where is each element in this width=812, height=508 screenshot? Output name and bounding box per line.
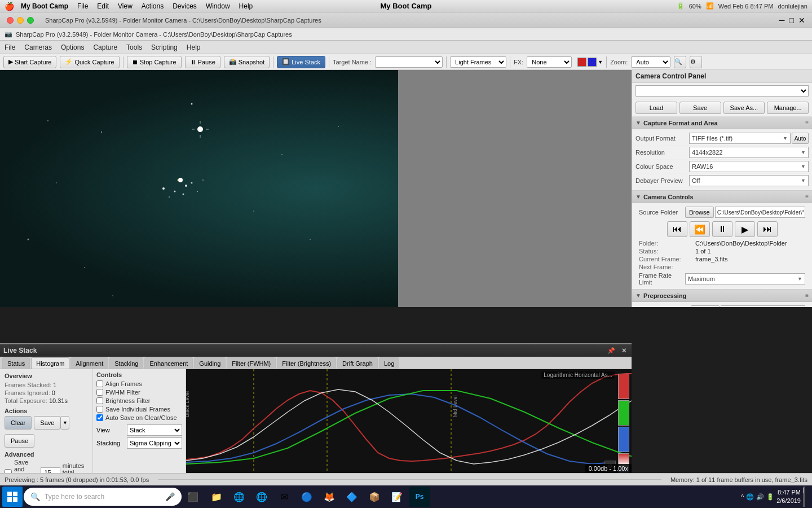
skip-end-button[interactable]: ⏭ xyxy=(757,221,778,237)
profile-select[interactable] xyxy=(636,85,809,97)
menu-scripting[interactable]: Scripting xyxy=(151,43,178,51)
app3-icon[interactable]: 🔷 xyxy=(342,487,362,507)
tab-enhancement[interactable]: Enhancement xyxy=(144,357,193,369)
tab-drift-graph[interactable]: Drift Graph xyxy=(337,357,378,369)
color-swatch-blue[interactable] xyxy=(588,58,597,67)
capture-format-header[interactable]: ▼ Capture Format and Area ≡ xyxy=(632,117,812,129)
source-folder-browse[interactable]: Browse xyxy=(685,207,714,218)
start-capture-button[interactable]: ▶ Start Capture xyxy=(3,56,56,68)
resolution-combo[interactable]: 4144x2822 ▼ xyxy=(689,147,809,158)
pause-play-button[interactable]: ⏸ xyxy=(712,221,732,237)
minimize-win-btn[interactable]: ─ xyxy=(779,16,785,25)
help-menu[interactable]: Help xyxy=(239,2,253,10)
pause-toolbar-button[interactable]: ⏸ Pause xyxy=(185,56,220,68)
fwhm-filter-checkbox[interactable] xyxy=(96,389,103,396)
maximize-button[interactable] xyxy=(27,17,34,24)
manage-button[interactable]: Manage... xyxy=(767,102,809,114)
camera-controls-menu-icon[interactable]: ≡ xyxy=(805,194,809,200)
view-combo[interactable]: Stack xyxy=(127,424,182,436)
mic-icon[interactable]: 🎤 xyxy=(165,492,175,501)
file-menu[interactable]: File xyxy=(77,2,88,10)
edge-icon[interactable]: 🌐 xyxy=(229,487,249,507)
frame-type-combo[interactable]: Light Frames xyxy=(450,56,506,68)
brightness-filter-checkbox[interactable] xyxy=(96,397,103,404)
display-settings-button[interactable]: ⚙ xyxy=(690,56,702,68)
tab-guiding[interactable]: Guiding xyxy=(194,357,226,369)
show-desktop-button[interactable]: | xyxy=(803,487,805,507)
file-explorer-icon[interactable]: 📁 xyxy=(206,487,227,507)
load-button[interactable]: Load xyxy=(636,102,677,114)
win-clock[interactable]: 8:47 PM 2/6/2019 xyxy=(776,488,801,506)
fx-combo[interactable]: None xyxy=(527,56,572,68)
prev-frame-button[interactable]: ⏪ xyxy=(690,221,710,237)
debayer-combo[interactable]: Off ▼ xyxy=(689,175,809,186)
colour-space-combo[interactable]: RAW16 ▼ xyxy=(689,161,809,172)
bottom-panel-close-icon[interactable]: ✕ xyxy=(619,346,628,355)
save-as-button[interactable]: Save As... xyxy=(723,102,765,114)
app4-icon[interactable]: 📦 xyxy=(364,487,385,507)
auto-save-checkbox[interactable] xyxy=(96,414,103,421)
tab-histogram[interactable]: Histogram xyxy=(31,357,69,369)
tray-sound-icon[interactable]: 🔊 xyxy=(756,493,764,501)
tab-alignment[interactable]: Alignment xyxy=(70,357,108,369)
skip-start-button[interactable]: ⏮ xyxy=(667,221,687,237)
menu-help[interactable]: Help xyxy=(187,43,201,51)
stop-capture-button[interactable]: ⏹ Stop Capture xyxy=(127,56,182,68)
tray-network-icon[interactable]: 🌐 xyxy=(746,493,754,501)
tab-filter-brightness[interactable]: Filter (Brightness) xyxy=(277,357,336,369)
camera-controls-header[interactable]: ▼ Camera Controls ≡ xyxy=(632,191,812,203)
minimize-button[interactable] xyxy=(17,17,24,24)
maximize-win-btn[interactable]: □ xyxy=(789,16,794,25)
tray-battery-icon[interactable]: 🔋 xyxy=(766,493,774,501)
devices-menu[interactable]: Devices xyxy=(173,2,197,10)
clear-button[interactable]: Clear xyxy=(5,416,32,430)
frame-rate-combo[interactable]: Maximum ▼ xyxy=(685,273,805,284)
save-individual-checkbox[interactable] xyxy=(96,406,103,413)
close-button[interactable] xyxy=(7,17,14,24)
tab-log[interactable]: Log xyxy=(379,357,399,369)
zoom-fit-button[interactable]: 🔍 xyxy=(674,56,686,68)
subtract-dark-browse[interactable]: Browse xyxy=(691,305,720,307)
menu-tools[interactable]: Tools xyxy=(126,43,142,51)
taskbar-search[interactable]: 🔍 Type here to search 🎤 xyxy=(24,488,182,506)
color-swatch-red[interactable] xyxy=(577,58,586,67)
tab-status[interactable]: Status xyxy=(2,357,30,369)
stacking-combo[interactable]: Sigma Clipping xyxy=(127,437,182,449)
save-stack-button[interactable]: Save xyxy=(34,416,60,430)
app-name-menu[interactable]: My Boot Camp xyxy=(21,2,68,10)
chrome-icon[interactable]: 🔵 xyxy=(297,487,317,507)
preprocessing-header[interactable]: ▼ Preprocessing ≡ xyxy=(632,290,812,302)
mail-icon[interactable]: ✉ xyxy=(274,487,294,507)
capture-format-menu-icon[interactable]: ≡ xyxy=(805,120,809,126)
window-menu[interactable]: Window xyxy=(206,2,230,10)
menu-capture[interactable]: Capture xyxy=(93,43,117,51)
zoom-combo[interactable]: Auto xyxy=(631,56,670,68)
snapshot-button[interactable]: 📸 Snapshot xyxy=(224,56,270,68)
color-dropdown-arrow[interactable]: ▼ xyxy=(598,59,603,65)
start-button[interactable] xyxy=(2,487,23,507)
live-stack-button[interactable]: 🔲 Live Stack xyxy=(277,56,325,68)
menu-cameras[interactable]: Cameras xyxy=(24,43,52,51)
pause-bottom-button[interactable]: Pause xyxy=(5,434,34,448)
save-button[interactable]: Save xyxy=(679,102,721,114)
bottom-panel-pin-icon[interactable]: 📌 xyxy=(607,346,616,355)
play-button[interactable]: ▶ xyxy=(735,221,755,237)
output-format-combo[interactable]: TIFF files (*.tif) ▼ xyxy=(689,133,791,144)
output-format-auto[interactable]: Auto xyxy=(792,133,809,144)
target-name-combo[interactable] xyxy=(375,56,443,68)
close-win-btn[interactable]: ✕ xyxy=(798,16,805,25)
task-view-button[interactable]: ⬛ xyxy=(183,487,203,507)
preprocessing-menu-icon[interactable]: ≡ xyxy=(805,292,809,299)
save-dropdown-button[interactable]: ▼ xyxy=(60,416,69,430)
quick-capture-button[interactable]: ⚡ Quick Capture xyxy=(60,56,119,68)
apple-menu-icon[interactable]: 🍎 xyxy=(5,2,14,11)
browser2-icon[interactable]: 🦊 xyxy=(319,487,339,507)
photoshop-icon[interactable]: Ps xyxy=(409,487,430,507)
ie-icon[interactable]: 🌐 xyxy=(251,487,272,507)
menu-file[interactable]: File xyxy=(5,43,15,51)
tray-arrow-icon[interactable]: ^ xyxy=(741,493,744,500)
view-menu[interactable]: View xyxy=(118,2,133,10)
align-frames-checkbox[interactable] xyxy=(96,380,103,387)
tab-filter-fwhm[interactable]: Filter (FWHM) xyxy=(227,357,276,369)
tab-stacking[interactable]: Stacking xyxy=(109,357,143,369)
